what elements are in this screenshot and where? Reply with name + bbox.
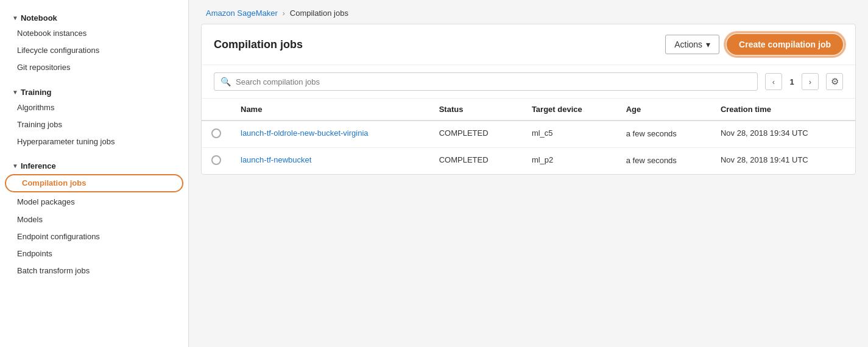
sidebar-item-hyperparameter-tuning[interactable]: Hyperparameter tuning jobs: [0, 133, 188, 150]
actions-button[interactable]: Actions ▾: [665, 35, 719, 54]
table-row: launch-tf-newbucket COMPLETED ml_p2 a fe…: [202, 148, 855, 175]
col-creation-time: Creation time: [711, 99, 855, 121]
row-creation-time-cell: Nov 28, 2018 19:41 UTC: [711, 148, 855, 175]
row-name-cell: launch-tf-oldrole-new-bucket-virginia: [231, 121, 429, 148]
col-target-device: Target device: [522, 99, 616, 121]
col-status: Status: [429, 99, 522, 121]
panel-title: Compilation jobs: [214, 38, 303, 51]
header-actions: Actions ▾ Create compilation job: [665, 34, 843, 55]
row-age-cell: a few seconds: [616, 121, 711, 148]
search-input[interactable]: [236, 77, 751, 86]
pagination: ‹ 1 ›: [765, 73, 819, 90]
notebook-arrow-icon: ▼: [12, 15, 18, 21]
sidebar-section-inference: ▼ Inference: [0, 155, 188, 173]
prev-page-icon: ‹: [772, 77, 775, 86]
next-page-icon: ›: [809, 77, 811, 86]
table-settings-button[interactable]: ⚙: [826, 73, 843, 90]
col-radio: [202, 99, 231, 121]
sidebar-item-lifecycle-configurations[interactable]: Lifecycle configurations: [0, 42, 188, 59]
inference-arrow-icon: ▼: [12, 163, 18, 169]
actions-chevron-icon: ▾: [706, 40, 710, 49]
row-creation-time-cell: Nov 28, 2018 19:34 UTC: [711, 121, 855, 148]
prev-page-button[interactable]: ‹: [765, 73, 782, 90]
actions-label: Actions: [674, 40, 702, 49]
row-name-cell: launch-tf-newbucket: [231, 148, 429, 175]
breadcrumb: Amazon SageMaker › Compilation jobs: [189, 0, 868, 24]
breadcrumb-separator: ›: [283, 9, 285, 18]
panel-header: Compilation jobs Actions ▾ Create compil…: [202, 24, 855, 65]
settings-icon: ⚙: [831, 76, 839, 87]
row-age-cell: a few seconds: [616, 148, 711, 175]
sidebar-item-algorithms[interactable]: Algorithms: [0, 99, 188, 116]
row-radio-button[interactable]: [211, 155, 221, 165]
row-radio-cell: [202, 148, 231, 175]
row-radio-button[interactable]: [211, 128, 221, 138]
sidebar-section-training: ▼ Training: [0, 82, 188, 99]
sidebar-item-notebook-instances[interactable]: Notebook instances: [0, 25, 188, 42]
jobs-table: Name Status Target device Age Creation t…: [202, 99, 855, 174]
compilation-jobs-panel: Compilation jobs Actions ▾ Create compil…: [201, 24, 856, 175]
next-page-button[interactable]: ›: [802, 73, 819, 90]
sidebar-item-git-repositories[interactable]: Git repositories: [0, 59, 188, 76]
row-status-cell: COMPLETED: [429, 121, 522, 148]
create-compilation-job-button[interactable]: Create compilation job: [727, 34, 843, 55]
row-target-device-cell: ml_p2: [522, 148, 616, 175]
col-name: Name: [231, 99, 429, 121]
search-bar: 🔍 ‹ 1 › ⚙: [202, 65, 855, 99]
breadcrumb-parent[interactable]: Amazon SageMaker: [206, 9, 278, 18]
sidebar-item-model-packages[interactable]: Model packages: [0, 194, 188, 211]
sidebar-item-models[interactable]: Models: [0, 211, 188, 228]
breadcrumb-current: Compilation jobs: [290, 9, 348, 18]
row-status-cell: COMPLETED: [429, 148, 522, 175]
col-age: Age: [616, 99, 711, 121]
page-number: 1: [786, 77, 798, 86]
row-radio-cell: [202, 121, 231, 148]
sidebar-item-endpoints[interactable]: Endpoints: [0, 245, 188, 262]
table-header-row: Name Status Target device Age Creation t…: [202, 99, 855, 121]
sidebar: ▼ Notebook Notebook instances Lifecycle …: [0, 0, 189, 347]
search-icon: 🔍: [221, 77, 231, 86]
table-row: launch-tf-oldrole-new-bucket-virginia CO…: [202, 121, 855, 148]
sidebar-item-batch-transform[interactable]: Batch transform jobs: [0, 262, 188, 279]
training-arrow-icon: ▼: [12, 89, 18, 96]
row-target-device-cell: ml_c5: [522, 121, 616, 148]
row-name-link[interactable]: launch-tf-oldrole-new-bucket-virginia: [241, 128, 369, 138]
sidebar-item-endpoint-configurations[interactable]: Endpoint configurations: [0, 228, 188, 245]
sidebar-section-notebook: ▼ Notebook: [0, 7, 188, 25]
sidebar-item-compilation-jobs[interactable]: Compilation jobs: [5, 174, 183, 192]
row-name-link[interactable]: launch-tf-newbucket: [241, 155, 311, 164]
main-content: Amazon SageMaker › Compilation jobs Comp…: [189, 0, 868, 347]
sidebar-item-training-jobs[interactable]: Training jobs: [0, 116, 188, 133]
search-input-wrap: 🔍: [214, 72, 758, 91]
